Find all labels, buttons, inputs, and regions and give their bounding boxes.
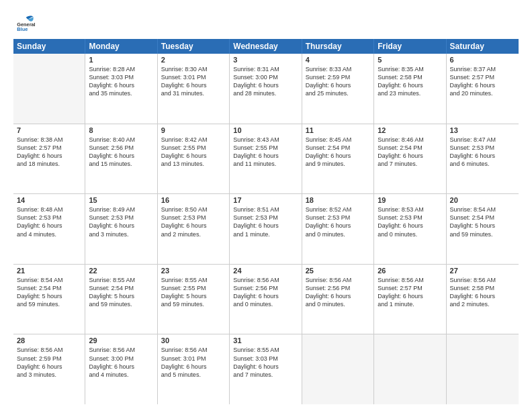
day-number: 3 bbox=[233, 56, 298, 64]
cell-info: Sunset: 2:53 PM bbox=[233, 214, 298, 222]
cell-info: and 25 minutes. bbox=[306, 89, 370, 97]
calendar-cell bbox=[447, 334, 519, 404]
calendar-cell: 18Sunrise: 8:52 AMSunset: 2:53 PMDayligh… bbox=[302, 194, 374, 264]
cell-info: Daylight: 6 hours bbox=[17, 152, 81, 160]
calendar-week-2: 7Sunrise: 8:38 AMSunset: 2:57 PMDaylight… bbox=[13, 124, 519, 195]
day-number: 13 bbox=[450, 126, 515, 134]
day-number: 20 bbox=[450, 196, 515, 204]
day-number: 1 bbox=[89, 56, 153, 64]
calendar-cell bbox=[13, 54, 85, 124]
cell-info: Sunrise: 8:30 AM bbox=[161, 65, 226, 73]
cell-info: Sunset: 2:57 PM bbox=[378, 284, 442, 292]
day-number: 27 bbox=[450, 267, 515, 275]
cell-info: Sunrise: 8:56 AM bbox=[89, 346, 153, 354]
cell-info: Sunset: 2:53 PM bbox=[161, 214, 226, 222]
cell-info: Daylight: 6 hours bbox=[233, 81, 298, 89]
calendar-cell: 14Sunrise: 8:48 AMSunset: 2:53 PMDayligh… bbox=[13, 194, 85, 264]
calendar-header: SundayMondayTuesdayWednesdayThursdayFrid… bbox=[13, 39, 519, 54]
cell-info: Daylight: 6 hours bbox=[378, 152, 442, 160]
calendar-cell: 15Sunrise: 8:49 AMSunset: 2:53 PMDayligh… bbox=[85, 194, 157, 264]
cell-info: and 0 minutes. bbox=[306, 230, 370, 238]
calendar-cell: 13Sunrise: 8:47 AMSunset: 2:53 PMDayligh… bbox=[447, 124, 519, 194]
cell-info: Daylight: 6 hours bbox=[233, 222, 298, 230]
calendar-body: 1Sunrise: 8:28 AMSunset: 3:03 PMDaylight… bbox=[13, 54, 519, 404]
cell-info: Sunrise: 8:42 AM bbox=[161, 136, 226, 144]
day-number: 8 bbox=[89, 126, 153, 134]
cell-info: Daylight: 5 hours bbox=[450, 222, 515, 230]
cell-info: Daylight: 6 hours bbox=[378, 81, 442, 89]
cell-info: Daylight: 6 hours bbox=[306, 292, 370, 300]
cell-info: and 7 minutes. bbox=[233, 371, 298, 379]
cell-info: Daylight: 6 hours bbox=[17, 363, 81, 371]
cell-info: Sunset: 2:55 PM bbox=[161, 284, 226, 292]
calendar-cell: 8Sunrise: 8:40 AMSunset: 2:56 PMDaylight… bbox=[85, 124, 157, 194]
calendar-week-3: 14Sunrise: 8:48 AMSunset: 2:53 PMDayligh… bbox=[13, 194, 519, 265]
weekday-header: Wednesday bbox=[230, 39, 302, 54]
cell-info: and 0 minutes. bbox=[233, 300, 298, 308]
calendar-cell: 2Sunrise: 8:30 AMSunset: 3:01 PMDaylight… bbox=[158, 54, 230, 124]
cell-info: Sunrise: 8:28 AM bbox=[89, 65, 153, 73]
cell-info: Sunrise: 8:54 AM bbox=[17, 276, 81, 284]
day-number: 14 bbox=[17, 196, 81, 204]
cell-info: Sunrise: 8:50 AM bbox=[161, 205, 226, 214]
day-number: 23 bbox=[161, 267, 226, 275]
cell-info: Daylight: 6 hours bbox=[89, 363, 153, 371]
cell-info: and 6 minutes. bbox=[450, 160, 515, 168]
calendar-cell: 7Sunrise: 8:38 AMSunset: 2:57 PMDaylight… bbox=[13, 124, 85, 194]
cell-info: Daylight: 5 hours bbox=[17, 292, 81, 300]
cell-info: and 1 minute. bbox=[233, 230, 298, 238]
cell-info: and 11 minutes. bbox=[233, 160, 298, 168]
cell-info: and 0 minutes. bbox=[306, 300, 370, 308]
calendar-cell: 29Sunrise: 8:56 AMSunset: 3:00 PMDayligh… bbox=[85, 334, 157, 404]
cell-info: Sunrise: 8:40 AM bbox=[89, 136, 153, 144]
calendar-cell: 9Sunrise: 8:42 AMSunset: 2:55 PMDaylight… bbox=[158, 124, 230, 194]
cell-info: Sunset: 3:00 PM bbox=[233, 73, 298, 81]
cell-info: Sunset: 2:55 PM bbox=[233, 144, 298, 152]
calendar-cell: 16Sunrise: 8:50 AMSunset: 2:53 PMDayligh… bbox=[158, 194, 230, 264]
cell-info: Sunrise: 8:55 AM bbox=[161, 276, 226, 284]
cell-info: Sunset: 2:53 PM bbox=[450, 144, 515, 152]
cell-info: and 3 minutes. bbox=[89, 230, 153, 238]
day-number: 17 bbox=[233, 196, 298, 204]
day-number: 15 bbox=[89, 196, 153, 204]
calendar-cell: 27Sunrise: 8:56 AMSunset: 2:58 PMDayligh… bbox=[447, 265, 519, 334]
day-number: 21 bbox=[17, 267, 81, 275]
cell-info: and 3 minutes. bbox=[17, 371, 81, 379]
day-number: 26 bbox=[378, 267, 442, 275]
calendar-cell: 11Sunrise: 8:45 AMSunset: 2:54 PMDayligh… bbox=[302, 124, 374, 194]
calendar-cell: 20Sunrise: 8:54 AMSunset: 2:54 PMDayligh… bbox=[447, 194, 519, 264]
cell-info: and 59 minutes. bbox=[89, 300, 153, 308]
calendar-cell bbox=[374, 334, 446, 404]
cell-info: Sunrise: 8:45 AM bbox=[306, 136, 370, 144]
cell-info: Sunrise: 8:56 AM bbox=[378, 276, 442, 284]
cell-info: Sunrise: 8:33 AM bbox=[306, 65, 370, 73]
cell-info: and 15 minutes. bbox=[89, 160, 153, 168]
calendar-cell: 21Sunrise: 8:54 AMSunset: 2:54 PMDayligh… bbox=[13, 265, 85, 334]
day-number: 28 bbox=[17, 336, 81, 345]
cell-info: Sunset: 3:01 PM bbox=[161, 73, 226, 81]
cell-info: Daylight: 6 hours bbox=[161, 222, 226, 230]
cell-info: Sunrise: 8:56 AM bbox=[450, 276, 515, 284]
day-number: 29 bbox=[89, 336, 153, 345]
day-number: 24 bbox=[233, 267, 298, 275]
cell-info: Daylight: 6 hours bbox=[17, 222, 81, 230]
cell-info: Daylight: 6 hours bbox=[450, 152, 515, 160]
cell-info: Sunset: 2:56 PM bbox=[89, 144, 153, 152]
calendar-cell: 25Sunrise: 8:56 AMSunset: 2:56 PMDayligh… bbox=[302, 265, 374, 334]
day-number: 19 bbox=[378, 196, 442, 204]
day-number: 7 bbox=[17, 126, 81, 134]
calendar-cell: 30Sunrise: 8:56 AMSunset: 3:01 PMDayligh… bbox=[158, 334, 230, 404]
day-number: 4 bbox=[306, 56, 370, 64]
cell-info: and 28 minutes. bbox=[233, 89, 298, 97]
cell-info: Sunrise: 8:35 AM bbox=[378, 65, 442, 73]
calendar-cell: 31Sunrise: 8:55 AMSunset: 3:03 PMDayligh… bbox=[230, 334, 302, 404]
day-number: 31 bbox=[233, 336, 298, 345]
cell-info: Sunset: 2:54 PM bbox=[450, 214, 515, 222]
day-number: 11 bbox=[306, 126, 370, 134]
cell-info: Sunrise: 8:46 AM bbox=[378, 136, 442, 144]
calendar-cell: 1Sunrise: 8:28 AMSunset: 3:03 PMDaylight… bbox=[85, 54, 157, 124]
cell-info: Sunset: 2:57 PM bbox=[450, 73, 515, 81]
cell-info: Daylight: 6 hours bbox=[233, 292, 298, 300]
cell-info: Sunrise: 8:53 AM bbox=[378, 205, 442, 214]
cell-info: Daylight: 6 hours bbox=[450, 292, 515, 300]
